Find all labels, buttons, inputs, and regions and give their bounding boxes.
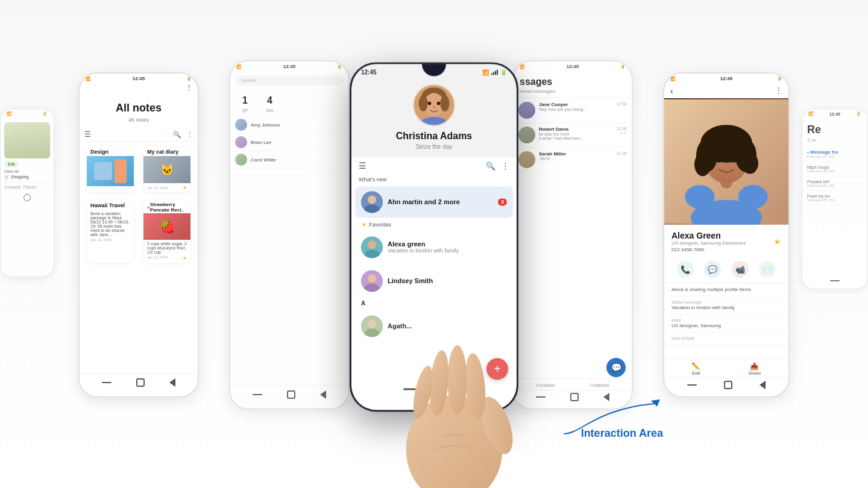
nav-back-profile[interactable] (760, 381, 766, 389)
re-msg2: https://supp February 25, 201 (802, 162, 867, 177)
svg-point-18 (428, 102, 432, 105)
note-hawaii: Hawaii Travel Book a vacation package to… (87, 200, 134, 263)
profile-title: UX designer, Samsung Electronics (671, 240, 746, 246)
profile-photo-svg (664, 98, 788, 225)
note-strawberry-title: Strawberry Pancake Reci.. (150, 202, 187, 213)
alexa-name: Alexa green (388, 240, 507, 248)
svg-point-17 (440, 95, 449, 111)
nav-home-bg[interactable] (287, 390, 295, 399)
nav-back-main[interactable] (458, 388, 465, 398)
contact-avatar-main (413, 84, 455, 126)
contact-item-alexa[interactable]: Alexa green Vacation in london with fami… (355, 231, 513, 263)
shopping-content: $48 View all 🛒 Shopping Contacts Places (1, 119, 54, 274)
nav-recents-rightmost (830, 280, 840, 281)
wifi-icon: 📶 (482, 69, 489, 75)
main-toolbar: ☰ 🔍 ⋮ (351, 157, 517, 174)
notes-status-time: 12:45 (133, 76, 145, 81)
bg-avatar3 (235, 154, 247, 166)
svg-point-20 (433, 106, 435, 108)
svg-point-12 (738, 185, 768, 208)
contact-item-ahn[interactable]: Ahn martin and 2 more 3 (355, 186, 513, 217)
profile-more-icon[interactable]: ⋮ (775, 86, 782, 96)
chat-fab[interactable]: 💬 (606, 358, 626, 377)
shopping-labels: 🛒 Shopping (4, 175, 50, 180)
favorite-star[interactable]: ★ (773, 237, 781, 246)
nav-recents-main[interactable] (403, 388, 418, 390)
bg-avatar1 (235, 119, 247, 131)
scene: 📶 🔋 $48 View all 🛒 Shopping Contacts Pla… (0, 0, 868, 488)
profile-back-icon[interactable]: ‹ (670, 86, 673, 96)
toolbar-icons: 🔍 ⋮ (486, 161, 509, 170)
contacts-bg-item3: Carol White (230, 151, 348, 169)
re-msg1: • Message fro February 25, 201 (802, 146, 867, 162)
interaction-label: Interaction Area (581, 427, 663, 440)
lindsey-name: Lindsey Smith (388, 277, 507, 284)
agatha-info: Agath... (388, 322, 507, 330)
nav-back-bg[interactable] (320, 390, 326, 399)
nav-home-notes[interactable] (136, 378, 145, 387)
nav-back-msg[interactable] (603, 393, 609, 401)
svg-point-16 (419, 95, 428, 111)
profile-status-bar: 📶 12:45 🔋 (664, 74, 788, 84)
svg-point-29 (368, 274, 376, 283)
svg-point-23 (368, 195, 376, 204)
svg-point-32 (368, 319, 376, 328)
nav-home-profile[interactable] (724, 381, 732, 389)
note-cat-diary: My cat diary 🐱 Jan 12, 2018 ★ (143, 146, 190, 193)
ahn-info: Ahn martin and 2 more (388, 198, 498, 205)
phone-main-inner: 12:45 📶 🔋 (351, 64, 517, 410)
contact-name: Christina Adams (361, 131, 507, 142)
alexa-sub: Vacation in london with family (388, 248, 507, 254)
video-button[interactable]: 📹 (732, 261, 749, 278)
tab-chatbots[interactable]: Chatbots (590, 383, 609, 388)
profile-phone: 012-3456-7890 (671, 247, 746, 252)
agatha-avatar (361, 315, 383, 337)
tab-contacts[interactable]: Contacts (536, 383, 555, 388)
phone-contacts-search: 📶 12:45 🔋 Search 1 QP 4 GHI Amy Johnson (229, 60, 350, 410)
notes-count: 48 notes (80, 117, 198, 123)
contact-header: Christina Adams Seize the day (351, 78, 517, 157)
message-button[interactable]: 💬 (704, 261, 721, 278)
nav-home-msg[interactable] (570, 393, 579, 401)
status-icons: 🔋 (42, 111, 48, 116)
status-bar-leftmost: 📶 🔋 (1, 109, 54, 119)
avatar-svg (414, 84, 454, 126)
share-action[interactable]: 📤 Share (748, 362, 761, 376)
favorites-star: ★ (361, 221, 366, 228)
notes-toolbar: ☰ 🔍 ⋮ (80, 128, 198, 142)
messages-bg-status: 📶 12:45 🔋 (514, 61, 632, 72)
nav-back-notes[interactable] (169, 378, 175, 387)
edit-action[interactable]: ✏️ Edit (691, 362, 700, 376)
more-icon[interactable]: ⋮ (502, 161, 509, 170)
nav-recents-notes (102, 382, 112, 383)
svg-point-10 (731, 157, 737, 163)
search-icon[interactable]: 🔍 (486, 161, 495, 170)
hamburger-icon[interactable]: ☰ (359, 161, 366, 170)
bg-avatar2 (235, 136, 247, 148)
profile-name: Alexa Green (671, 231, 746, 240)
fab-add[interactable]: + (486, 358, 508, 380)
nav-recents-msg (536, 396, 546, 398)
contact-item-lindsey[interactable]: Lindsey Smith (355, 265, 513, 296)
contact-item-agatha[interactable]: Agath... (355, 310, 513, 342)
favorites-text: Favorites (369, 222, 391, 228)
alexa-avatar (361, 236, 383, 258)
contacts-num-4: 4 (262, 93, 277, 108)
nav-recents-profile (687, 384, 697, 386)
battery-icon: 🔋 (500, 69, 507, 75)
interaction-text: Interaction Area (581, 427, 663, 439)
nav-home-main[interactable] (432, 388, 443, 399)
ahn-badge: 3 (498, 198, 507, 205)
status-wifi: 📶 (7, 111, 12, 116)
call-button[interactable]: 📞 (677, 261, 694, 278)
main-bottom-nav (351, 384, 517, 402)
whats-new-label: What's new (351, 174, 517, 185)
phone-messages-bg: 📶 12:45 🔋 ssages hread messages Jane Coo… (512, 60, 633, 410)
email-button[interactable]: ✉️ (759, 261, 776, 278)
msg-bg-item1: Jane Cooper Hey, how are you doing... 12… (514, 98, 632, 123)
notes-status-wifi: 📶 (86, 77, 91, 81)
msg-bg-item2: Robert Davis ke was the most e what I ha… (514, 123, 632, 148)
messages-bg-title: ssages (514, 72, 632, 89)
contacts-search-bar[interactable]: Search (235, 75, 344, 86)
profile-dob: Date of birth (664, 333, 788, 345)
